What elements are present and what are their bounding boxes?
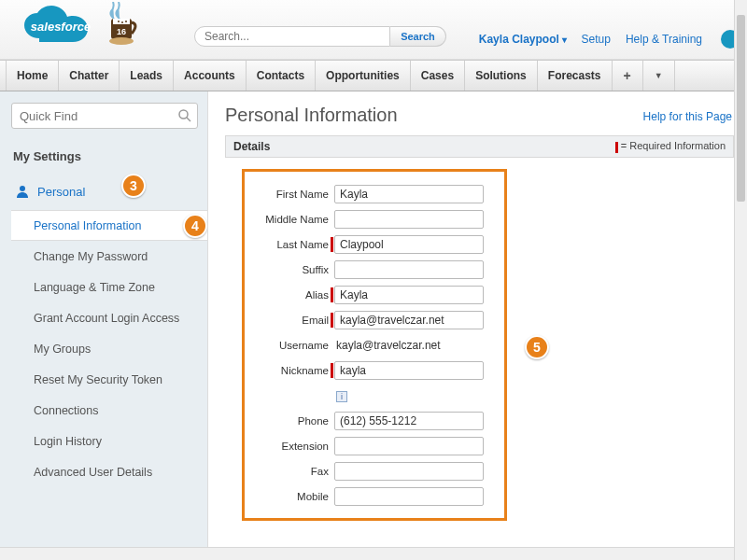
svg-point-2 [118, 21, 120, 22]
callout-badge-5: 5 [525, 335, 549, 359]
input-fax[interactable] [334, 462, 484, 481]
tab-add-icon[interactable]: + [613, 61, 643, 91]
sidebar-sub-label: Reset My Security Token [34, 373, 162, 386]
callout-badge-3: 3 [121, 174, 146, 198]
sub-language-timezone[interactable]: Language & Time Zone [11, 272, 207, 302]
setup-link[interactable]: Setup [582, 33, 611, 46]
scrollbar-thumb[interactable] [737, 15, 745, 202]
vertical-scrollbar[interactable] [734, 0, 747, 560]
main-nav: Home Chatter Leads Accounts Contacts Opp… [0, 60, 747, 91]
sidebar-sub-label: Login History [34, 435, 102, 448]
sub-my-groups[interactable]: My Groups [11, 333, 207, 364]
sub-reset-security-token[interactable]: Reset My Security Token [11, 364, 207, 395]
svg-point-4 [125, 21, 127, 22]
user-menu[interactable]: Kayla Claypool [479, 33, 567, 46]
tab-forecasts[interactable]: Forecasts [538, 61, 613, 91]
cloud-icon: salesforce [21, 5, 101, 49]
sub-grant-login-access[interactable]: Grant Account Login Access [11, 302, 207, 333]
tab-leads[interactable]: Leads [120, 61, 174, 91]
search-icon [177, 108, 192, 123]
sidebar-sub-label: Change My Password [34, 250, 148, 263]
input-middle-name[interactable] [334, 210, 484, 229]
settings-heading: My Settings [13, 149, 207, 163]
sidebar-sub-label: My Groups [34, 343, 91, 356]
top-header: salesforce 16 Search Kayla Claypool Setu… [0, 0, 747, 60]
sidebar-sub-label: Personal Information [34, 219, 141, 232]
input-last-name[interactable] [334, 235, 484, 254]
sub-change-password[interactable]: Change My Password [11, 241, 207, 272]
tab-opportunities[interactable]: Opportunities [316, 61, 411, 91]
quick-find-input[interactable] [11, 103, 198, 129]
sidebar-item-label: Personal [37, 185, 85, 199]
mug-icon: 16 [107, 2, 141, 49]
label-middle-name: Middle Name [245, 214, 334, 225]
top-links: Kayla Claypool Setup Help & Training [479, 30, 740, 49]
label-username: Username [245, 340, 334, 351]
callout-badge-4: 4 [183, 214, 207, 238]
svg-rect-1 [113, 19, 130, 24]
value-username: kayla@travelczar.net [334, 339, 441, 352]
svg-point-5 [109, 37, 134, 45]
input-email[interactable] [334, 311, 484, 329]
label-suffix: Suffix [245, 264, 334, 275]
sub-personal-information[interactable]: Personal Information 4 [11, 210, 207, 241]
horizontal-scrollbar[interactable] [0, 547, 734, 560]
input-nickname[interactable] [334, 361, 484, 380]
input-alias[interactable] [334, 286, 484, 304]
sidebar-item-personal[interactable]: Personal 3 [11, 176, 207, 206]
label-nickname: Nickname [245, 365, 334, 376]
input-mobile[interactable] [334, 487, 484, 506]
input-first-name[interactable] [334, 185, 484, 203]
label-mobile: Mobile [245, 491, 334, 502]
tab-accounts[interactable]: Accounts [174, 61, 247, 91]
tab-home[interactable]: Home [6, 61, 59, 91]
sub-connections[interactable]: Connections [11, 395, 207, 426]
personal-info-form: First Name Middle Name Last Name Suffix … [242, 169, 507, 521]
quick-find [11, 103, 198, 129]
personal-submenu: Personal Information 4 Change My Passwor… [11, 210, 207, 487]
label-alias: Alias [245, 289, 334, 301]
content-pane: Personal Information Help for this Page … [207, 91, 747, 560]
help-for-page-link[interactable]: Help for this Page [643, 110, 732, 123]
sidebar-sub-label: Connections [34, 404, 99, 417]
sub-advanced-user-details[interactable]: Advanced User Details [11, 456, 207, 487]
global-search: Search [194, 26, 446, 47]
svg-point-9 [20, 186, 25, 191]
logo-text: salesforce [21, 20, 101, 34]
label-phone: Phone [245, 415, 334, 427]
details-bar: Details = Required Information [225, 135, 734, 158]
details-label: Details [233, 140, 270, 153]
info-icon[interactable]: i [336, 391, 347, 402]
input-phone[interactable] [334, 412, 484, 430]
input-extension[interactable] [334, 437, 484, 455]
sidebar: My Settings Personal 3 Personal Informat… [0, 91, 207, 560]
label-extension: Extension [245, 441, 334, 452]
input-suffix[interactable] [334, 260, 484, 279]
help-training-link[interactable]: Help & Training [626, 33, 702, 46]
svg-line-8 [187, 118, 190, 121]
tab-menu-icon[interactable]: ▼ [643, 61, 675, 91]
svg-text:16: 16 [117, 27, 126, 36]
label-last-name: Last Name [245, 239, 334, 250]
svg-point-3 [121, 21, 123, 23]
sidebar-sub-label: Advanced User Details [34, 466, 152, 479]
required-bar-icon [615, 142, 618, 153]
sidebar-sub-label: Language & Time Zone [34, 281, 155, 294]
required-legend: = Required Information [615, 140, 726, 152]
sidebar-sub-label: Grant Account Login Access [34, 312, 179, 325]
label-fax: Fax [245, 466, 334, 477]
label-email: Email [245, 315, 334, 326]
sub-login-history[interactable]: Login History [11, 426, 207, 456]
search-button[interactable]: Search [390, 26, 446, 47]
tab-chatter[interactable]: Chatter [59, 61, 120, 91]
main-area: My Settings Personal 3 Personal Informat… [0, 91, 747, 560]
salesforce-logo: salesforce [21, 5, 101, 52]
person-icon [15, 184, 30, 199]
tab-cases[interactable]: Cases [411, 61, 465, 91]
label-first-name: First Name [245, 189, 334, 200]
search-input[interactable] [194, 26, 390, 47]
tab-contacts[interactable]: Contacts [247, 61, 316, 91]
tab-solutions[interactable]: Solutions [465, 61, 538, 91]
svg-point-7 [179, 110, 188, 119]
